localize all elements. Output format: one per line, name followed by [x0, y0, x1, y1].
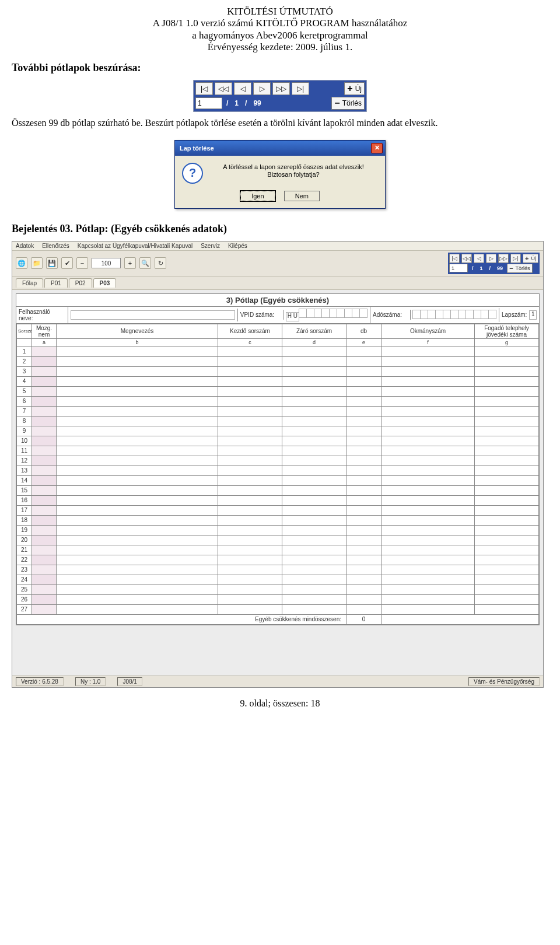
- pager-last-button[interactable]: ▷|: [292, 82, 309, 95]
- pagenum-field[interactable]: 1: [529, 310, 537, 320]
- cell-kezdo[interactable]: [218, 436, 282, 446]
- cell-kezdo[interactable]: [218, 406, 282, 416]
- cell-zaro[interactable]: [282, 565, 346, 575]
- cell-mozgnem[interactable]: [32, 565, 57, 575]
- cell-mozgnem[interactable]: [32, 346, 57, 356]
- cell-megnevezes[interactable]: [57, 575, 218, 584]
- zoom-in-icon[interactable]: +: [124, 257, 136, 269]
- cell-db[interactable]: [346, 495, 382, 505]
- cell-zaro[interactable]: [282, 416, 346, 426]
- dialog-no-button[interactable]: Nem: [284, 191, 320, 201]
- cell-kezdo[interactable]: [218, 525, 282, 535]
- cell-db[interactable]: [346, 416, 382, 426]
- cell-kezdo[interactable]: [218, 575, 282, 584]
- cell-megnevezes[interactable]: [57, 466, 218, 475]
- cell-db[interactable]: [346, 346, 382, 356]
- cell-mozgnem[interactable]: [32, 535, 57, 545]
- cell-fogado[interactable]: [475, 565, 539, 575]
- dialog-yes-button[interactable]: Igen: [240, 191, 275, 201]
- pager-add-button[interactable]: + Új: [344, 82, 365, 95]
- menu-item-kapcsolat[interactable]: Kapcsolat az Ügyfélkapuval/Hivatali Kapu…: [78, 243, 192, 249]
- cell-okmany[interactable]: [382, 495, 475, 505]
- cell-fogado[interactable]: [475, 485, 539, 495]
- cell-fogado[interactable]: [475, 416, 539, 426]
- save-icon[interactable]: 💾: [46, 257, 58, 269]
- cell-mozgnem[interactable]: [32, 406, 57, 416]
- cell-okmany[interactable]: [382, 396, 475, 406]
- cell-mozgnem[interactable]: [32, 584, 57, 594]
- cell-megnevezes[interactable]: [57, 366, 218, 376]
- cell-megnevezes[interactable]: [57, 475, 218, 485]
- cell-fogado[interactable]: [475, 515, 539, 525]
- cell-fogado[interactable]: [475, 535, 539, 545]
- refresh-icon[interactable]: ↻: [155, 257, 166, 269]
- mp-first-button[interactable]: |◁: [449, 254, 460, 263]
- cell-megnevezes[interactable]: [57, 505, 218, 515]
- cell-mozgnem[interactable]: [32, 356, 57, 366]
- cell-zaro[interactable]: [282, 495, 346, 505]
- cell-db[interactable]: [346, 555, 382, 565]
- cell-fogado[interactable]: [475, 456, 539, 466]
- cell-db[interactable]: [346, 565, 382, 575]
- cell-okmany[interactable]: [382, 446, 475, 456]
- mp-del-button[interactable]: − Törlés: [507, 264, 532, 273]
- cell-fogado[interactable]: [475, 346, 539, 356]
- cell-okmany[interactable]: [382, 406, 475, 416]
- cell-megnevezes[interactable]: [57, 346, 218, 356]
- cell-kezdo[interactable]: [218, 475, 282, 485]
- check-icon[interactable]: ✔: [61, 257, 73, 269]
- cell-mozgnem[interactable]: [32, 436, 57, 446]
- pager-fastnext-button[interactable]: ▷▷: [272, 82, 290, 95]
- zoom-value[interactable]: 100: [92, 258, 121, 268]
- cell-mozgnem[interactable]: [32, 555, 57, 565]
- tab-folap[interactable]: Főlap: [16, 278, 43, 288]
- cell-mozgnem[interactable]: [32, 466, 57, 475]
- cell-mozgnem[interactable]: [32, 485, 57, 495]
- cell-megnevezes[interactable]: [57, 396, 218, 406]
- cell-megnevezes[interactable]: [57, 436, 218, 446]
- cell-megnevezes[interactable]: [57, 416, 218, 426]
- cell-zaro[interactable]: [282, 535, 346, 545]
- cell-fogado[interactable]: [475, 436, 539, 446]
- cell-okmany[interactable]: [382, 416, 475, 426]
- cell-db[interactable]: [346, 406, 382, 416]
- cell-fogado[interactable]: [475, 426, 539, 436]
- mp-add-button[interactable]: + Új: [523, 254, 538, 263]
- cell-megnevezes[interactable]: [57, 555, 218, 565]
- cell-zaro[interactable]: [282, 475, 346, 485]
- tab-p01[interactable]: P01: [44, 278, 68, 288]
- pager-current-input[interactable]: 1: [195, 97, 222, 109]
- cell-zaro[interactable]: [282, 594, 346, 604]
- cell-kezdo[interactable]: [218, 485, 282, 495]
- cell-okmany[interactable]: [382, 466, 475, 475]
- cell-mozgnem[interactable]: [32, 515, 57, 525]
- cell-okmany[interactable]: [382, 366, 475, 376]
- cell-db[interactable]: [346, 505, 382, 515]
- menu-item-adatok[interactable]: Adatok: [16, 243, 34, 249]
- cell-fogado[interactable]: [475, 584, 539, 594]
- menu-item-szerviz[interactable]: Szerviz: [201, 243, 220, 249]
- cell-fogado[interactable]: [475, 505, 539, 515]
- cell-kezdo[interactable]: [218, 396, 282, 406]
- cell-mozgnem[interactable]: [32, 575, 57, 584]
- cell-megnevezes[interactable]: [57, 495, 218, 505]
- cell-megnevezes[interactable]: [57, 545, 218, 555]
- cell-db[interactable]: [346, 366, 382, 376]
- globe-icon[interactable]: 🌐: [16, 257, 27, 269]
- cell-zaro[interactable]: [282, 366, 346, 376]
- cell-okmany[interactable]: [382, 515, 475, 525]
- cell-kezdo[interactable]: [218, 505, 282, 515]
- cell-kezdo[interactable]: [218, 594, 282, 604]
- cell-mozgnem[interactable]: [32, 525, 57, 535]
- cell-mozgnem[interactable]: [32, 505, 57, 515]
- cell-mozgnem[interactable]: [32, 386, 57, 396]
- cell-db[interactable]: [346, 376, 382, 386]
- cell-fogado[interactable]: [475, 366, 539, 376]
- mp-current-input[interactable]: 1: [449, 264, 468, 272]
- cell-kezdo[interactable]: [218, 456, 282, 466]
- cell-fogado[interactable]: [475, 594, 539, 604]
- cell-megnevezes[interactable]: [57, 356, 218, 366]
- pager-first-button[interactable]: |◁: [195, 82, 213, 95]
- cell-zaro[interactable]: [282, 436, 346, 446]
- cell-okmany[interactable]: [382, 386, 475, 396]
